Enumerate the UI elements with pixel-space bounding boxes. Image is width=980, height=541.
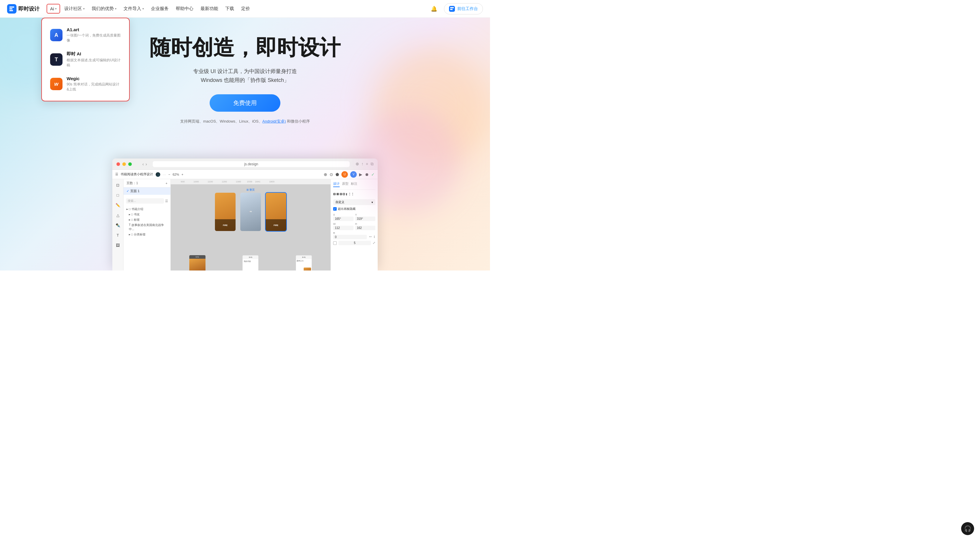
nav-item-download[interactable]: 下载	[222, 4, 237, 13]
wegic-desc: 90s 简单对话，完成精品网站设计&上线	[67, 82, 121, 92]
android-link[interactable]: Android(安卓)	[262, 119, 286, 124]
layer-list-icon[interactable]: ☰	[165, 199, 168, 203]
custom-dropdown[interactable]: 自定义 ▾	[333, 199, 375, 205]
nav-advantages-label: 我们的优势	[92, 6, 114, 11]
tool-icon-3[interactable]: ⬟	[336, 172, 339, 177]
titlebar-dot-green	[128, 162, 132, 166]
app-zoom-in[interactable]: +	[181, 173, 183, 176]
xy-row: X 165° Y 319°	[333, 213, 375, 221]
layer-search-input[interactable]: 搜索...	[126, 198, 164, 204]
pages-add[interactable]: +	[166, 181, 167, 185]
tab-prototype[interactable]: 原型	[342, 181, 348, 187]
mockup-3-label: FIRE	[266, 219, 286, 231]
nav-item-help[interactable]: 帮助中心	[173, 4, 196, 13]
platform-text: 支持网页端、macOS、Windows、Linux、iOS、Android(安卓…	[180, 119, 310, 124]
hero-title: 随时创造，即时设计	[150, 35, 340, 60]
nav-ai-label: Ai	[50, 6, 54, 11]
tool-triangle[interactable]: △	[115, 211, 121, 219]
flip-v-icon[interactable]: ↕	[374, 234, 375, 239]
icon-actions: ↔ ↕	[369, 234, 375, 239]
ai-dropdown: A A1.art 一张图/一个词，免费生成高质量图像 T 即时 AI 根据文本描…	[41, 18, 130, 102]
logo-text: 即时设计	[18, 5, 40, 13]
layer-item-3[interactable]: ▸ □ 标签	[125, 217, 169, 222]
tool-text[interactable]: T	[115, 232, 121, 239]
titlebar-url-bar[interactable]: js.design	[153, 161, 349, 167]
tool-image[interactable]: 🖼	[115, 242, 121, 249]
phone-content-2: 我的书架	[243, 259, 258, 264]
app-theme-icon[interactable]: 🌑	[155, 172, 161, 177]
tool-move[interactable]: ⊡	[115, 181, 121, 189]
tool-icon-1[interactable]: ⊕	[324, 172, 327, 177]
ruler-label-1641: 1641	[255, 180, 260, 183]
ruler-label-1300: 1300	[236, 180, 241, 183]
nav-item-ai[interactable]: Ai ▾	[46, 4, 60, 14]
dropdown-item-a1art[interactable]: A A1.art 一张图/一个词，免费生成高质量图像	[46, 23, 124, 47]
dropdown-item-jishi-ai[interactable]: T 即时 AI 根据文本描述,生成可编辑的UI设计稿	[46, 47, 124, 72]
pages-header: 页数：1 +	[124, 179, 170, 187]
layout-icons: ⊟ ⊞ ⊟ ⊡ ⫿ ⋮⋮	[333, 192, 354, 196]
dropdown-box: A A1.art 一张图/一个词，免费生成高质量图像 T 即时 AI 根据文本描…	[41, 18, 130, 102]
tab-annotation[interactable]: 标注	[351, 181, 357, 187]
phone-status-bar-2: 9:41	[243, 255, 258, 259]
app-project-name[interactable]: 书籍阅读类小程序设计	[121, 172, 153, 176]
mockup-3-selected[interactable]: FIRE 102 × 146.34	[266, 193, 286, 231]
w-value[interactable]: 112	[333, 226, 353, 230]
page-name: 页面 1	[130, 189, 140, 193]
nav-item-pricing[interactable]: 定价	[238, 4, 253, 13]
hero-title-text: 随时创造，即时设计	[150, 36, 340, 59]
overflow-label: 超出画板隐藏	[338, 207, 356, 211]
tool-icon-2[interactable]: ⊙	[329, 172, 333, 177]
expand-icon[interactable]: ⤢	[373, 241, 375, 245]
a1art-title: A1.art	[67, 27, 121, 32]
free-use-button[interactable]: 免费使用	[210, 94, 280, 112]
app-canvas[interactable]: 900 1000 1100 1200 1300 1539 1641 1800 ⊞…	[171, 179, 331, 271]
nav-item-file-import[interactable]: 文件导入 ▾	[121, 4, 147, 13]
screenshot-titlebar: ‹ › js.design ⊕ ↑ + ⧉	[112, 159, 378, 170]
h-field: H 162	[355, 222, 375, 230]
phone-status-bar-3: 9:41	[296, 255, 312, 259]
pages-label: 页数：1	[126, 181, 138, 186]
dropdown-item-wegic[interactable]: w Wegic 90s 简单对话，完成精品网站设计&上线	[46, 72, 124, 96]
overflow-checkbox[interactable]: ✓	[333, 207, 337, 211]
w-label: W	[333, 222, 353, 225]
layer-item-5[interactable]: ▸ □ 分类标签	[125, 232, 169, 237]
app-toolbar-menu[interactable]: ☰	[115, 172, 118, 176]
nav-item-design-community[interactable]: 设计社区 ▾	[61, 4, 88, 13]
r-value[interactable]: 0	[333, 235, 367, 239]
flip-h-icon[interactable]: ↔	[369, 234, 372, 239]
panel-spacer	[124, 195, 170, 197]
ruler-label-1200: 1200	[222, 180, 227, 183]
titlebar-back[interactable]: ‹	[142, 162, 144, 167]
tool-pencil[interactable]: ✒️	[115, 222, 121, 228]
tool-frame[interactable]: □	[115, 192, 121, 198]
app-zoom-level[interactable]: 62%	[172, 173, 179, 176]
titlebar-nav: ‹ ›	[142, 162, 147, 167]
tool-pen[interactable]: ✏️	[115, 201, 121, 209]
app-toolbar: ☰ 书籍阅读类小程序设计 🌑 — − 62% + ⊕ ⊙ ⬟ U V ▶ ⏺ ✓	[112, 170, 378, 179]
bottom-mockup-row: 9:41 9:41 我的书架 9:41 森林之火	[171, 255, 331, 271]
workspace-icon	[449, 6, 455, 12]
layer-item-2[interactable]: ▸ □ 书友	[125, 212, 169, 217]
h-value[interactable]: 162	[355, 226, 375, 230]
logo-area[interactable]: 即时设计	[7, 4, 40, 14]
nav-item-latest[interactable]: 最新功能	[197, 4, 221, 13]
nav-item-enterprise[interactable]: 企业服务	[148, 4, 172, 13]
tab-design[interactable]: 设计	[333, 181, 340, 187]
jishi-ai-title: 即时 AI	[67, 51, 121, 57]
y-value[interactable]: 319°	[355, 217, 375, 221]
app-zoom-out[interactable]: −	[169, 173, 170, 176]
x-value[interactable]: 165°	[333, 217, 353, 221]
user-avatar-2: V	[350, 171, 357, 178]
border-value[interactable]: 5	[339, 241, 371, 245]
titlebar-forward[interactable]: ›	[146, 162, 147, 167]
nav-item-advantages[interactable]: 我们的优势 ▾	[89, 4, 119, 13]
canvas-area[interactable]: ⊞ 整页 FIRE 📖 FIRE	[171, 184, 331, 271]
app-left-toolbar: ⊡ □ ✏️ △ ✒️ T 🖼	[112, 179, 124, 271]
layer-item-1[interactable]: ▸ □ 书籍介绍	[125, 206, 169, 212]
layer-item-4[interactable]: T 故事叙述在美国南北战争中...	[125, 222, 169, 232]
phone-content-3: 森林之火	[296, 259, 312, 263]
page-item-1[interactable]: ✓ 页面 1	[124, 187, 170, 195]
workspace-button[interactable]: 前往工作台	[444, 3, 483, 14]
notification-bell[interactable]: 🔔	[429, 3, 439, 14]
jishi-ai-icon: T	[50, 53, 62, 66]
